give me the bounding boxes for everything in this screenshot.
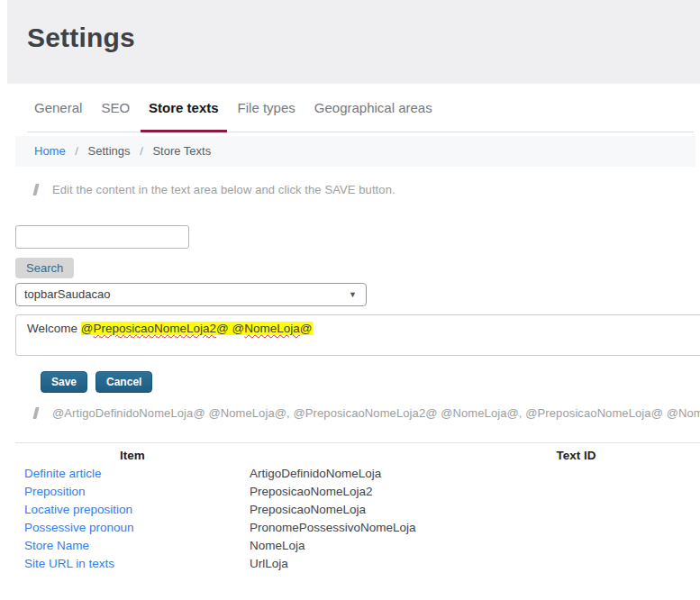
text-id-value: ArtigoDefinidoNomeLoja [250,465,700,483]
text-id-value: UrlLoja [250,555,700,573]
edit-hint-text: Edit the content in the text area below … [52,183,395,196]
item-link-preposition[interactable]: Preposition [24,485,86,498]
table-header-row: Item Text ID [15,443,700,466]
item-link-definite-article[interactable]: Definite article [24,467,102,480]
info-bar-icon [32,407,39,419]
page-title: Settings [27,23,700,53]
store-text-editor[interactable]: Welcome @PreposicaoNomeLoja2@ @NomeLoja@ [15,314,700,356]
search-button[interactable]: Search [15,258,74,278]
save-button[interactable]: Save [41,371,87,393]
table-row: Possessive pronoun PronomePossessivoNome… [15,519,700,537]
tab-bar: General SEO Store texts File types Geogr… [27,84,694,132]
column-header-item: Item [15,443,250,466]
table-row: Store Name NomeLoja [15,537,700,555]
text-id-value: PreposicaoNomeLoja2 [250,483,700,501]
item-link-store-name[interactable]: Store Name [24,539,89,552]
text-id-value: PronomePossessivoNomeLoja [250,519,700,537]
breadcrumb-home-link[interactable]: Home [34,144,66,158]
search-input[interactable] [15,225,189,249]
tab-geographical-areas[interactable]: Geographical areas [314,100,432,132]
breadcrumb: Home / Settings / Store Texts [15,136,695,167]
table-row: Preposition PreposicaoNomeLoja2 [15,483,700,501]
item-link-possessive-pronoun[interactable]: Possessive pronoun [24,521,134,534]
breadcrumb-separator: / [140,144,143,158]
tokens-hint: @ArtigoDefinidoNomeLoja@ @NomeLoja@, @Pr… [34,406,700,420]
tab-seo[interactable]: SEO [101,100,130,132]
editor-plain-text: Welcome [27,322,81,335]
text-id-value: PreposicaoNomeLoja [250,501,700,519]
text-id-value: NomeLoja [250,537,700,555]
breadcrumb-store-texts: Store Texts [152,144,211,158]
table-row: Definite article ArtigoDefinidoNomeLoja [15,465,700,483]
table-row: Locative preposition PreposicaoNomeLoja [15,501,700,519]
settings-page: Settings General SEO Store texts File ty… [7,0,700,573]
token-word: NomeLoja [244,322,300,335]
store-text-select[interactable]: topbarSaudacao ▼ [15,283,367,306]
cancel-button[interactable]: Cancel [95,371,152,393]
item-link-site-url[interactable]: Site URL in texts [24,557,114,570]
column-header-text-id: Text ID [250,443,700,466]
breadcrumb-settings: Settings [88,144,131,158]
tab-file-types[interactable]: File types [238,100,295,132]
item-link-locative-preposition[interactable]: Locative preposition [24,503,132,516]
info-bar-icon [32,184,39,195]
tab-general[interactable]: General [34,100,82,132]
token-at-sign: @ [300,322,313,335]
token-at-sign: @ [216,322,229,335]
token-at-sign: @ [81,322,94,335]
token-word: PreposicaoNomeLoja2 [94,322,217,335]
dropdown-caret-icon: ▼ [349,284,357,305]
page-header: Settings [7,0,700,84]
tab-store-texts[interactable]: Store texts [149,100,219,132]
token-at-sign: @ [232,322,245,335]
tokens-hint-text: @ArtigoDefinidoNomeLoja@ @NomeLoja@, @Pr… [52,406,700,420]
store-texts-table: Item Text ID Definite article ArtigoDefi… [15,442,700,573]
selected-text-key: topbarSaudacao [24,287,110,301]
token-nomeloja: @NomeLoja@ [232,322,313,335]
token-preposicao: @PreposicaoNomeLoja2@ [81,322,229,335]
breadcrumb-separator: / [75,144,78,158]
edit-hint: Edit the content in the text area below … [34,183,700,196]
table-row: Site URL in texts UrlLoja [15,555,700,573]
action-buttons: Save Cancel [41,371,700,393]
